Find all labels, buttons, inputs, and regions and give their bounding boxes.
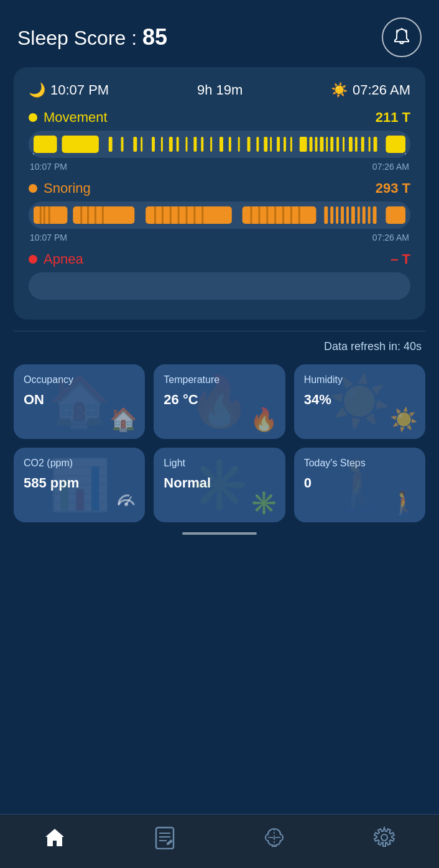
home-nav-icon <box>43 826 67 854</box>
svg-rect-68 <box>324 206 328 224</box>
svg-rect-56 <box>178 206 180 224</box>
apnea-section: Apnea – T <box>29 251 410 300</box>
svg-rect-61 <box>251 206 252 224</box>
settings-svg <box>373 826 395 849</box>
score-value: 85 <box>142 24 167 50</box>
svg-rect-8 <box>152 137 155 152</box>
report-svg <box>154 826 175 849</box>
svg-rect-78 <box>386 206 405 224</box>
snoring-label-row: Snoring 293 T <box>29 180 410 196</box>
svg-rect-69 <box>330 206 333 224</box>
svg-rect-67 <box>298 206 300 224</box>
co2-card[interactable]: CO2 (ppm) 585 ppm 📊 <box>14 448 145 522</box>
svg-rect-57 <box>186 206 188 224</box>
svg-rect-50 <box>95 206 96 224</box>
gauge-svg <box>115 488 137 510</box>
sensor-grid: Occupancy ON 🏠 🏠 Temperature 26 °C 🔥 🔥 H… <box>0 359 439 532</box>
svg-rect-12 <box>186 137 188 152</box>
bed-time: 🌙 10:07 PM <box>29 82 109 98</box>
movement-dot <box>29 113 37 122</box>
movement-times: 10:07 PM 07:26 AM <box>29 162 410 172</box>
svg-rect-17 <box>229 137 231 152</box>
svg-rect-35 <box>355 137 358 152</box>
wake-time: ☀️ 07:26 AM <box>331 82 410 98</box>
movement-label-row: Movement 211 T <box>29 109 410 126</box>
gauge-icon <box>115 488 137 516</box>
snoring-bar-svg <box>29 201 410 229</box>
settings-nav-icon <box>373 826 395 854</box>
snoring-section: Snoring 293 T <box>29 180 410 242</box>
svg-rect-23 <box>277 137 280 152</box>
apnea-bar-svg <box>29 272 410 300</box>
humidity-card[interactable]: Humidity 34% ☀️ ☀️ <box>294 364 425 439</box>
movement-end-time: 07:26 AM <box>372 162 409 172</box>
moon-icon: 🌙 <box>29 82 45 98</box>
nav-home-button[interactable] <box>36 824 73 856</box>
snoring-start-time: 10:07 PM <box>30 233 67 242</box>
svg-rect-13 <box>193 137 196 152</box>
svg-rect-74 <box>358 206 360 224</box>
walking-icon: 🚶 <box>390 490 418 516</box>
svg-rect-37 <box>369 137 371 152</box>
svg-rect-19 <box>247 137 251 152</box>
occupancy-card[interactable]: Occupancy ON 🏠 🏠 <box>14 364 145 439</box>
refresh-label: Data refresh in: <box>324 340 400 353</box>
svg-rect-71 <box>341 206 344 224</box>
steps-card[interactable]: Today's Steps 0 🚶 🚶 <box>294 448 425 522</box>
sun-humidity-icon: ☀️ <box>390 407 418 433</box>
header: Sleep Score : 85 <box>0 0 439 67</box>
svg-rect-48 <box>80 206 82 224</box>
home-svg <box>43 826 67 849</box>
svg-rect-65 <box>282 206 284 224</box>
title-text: Sleep Score <box>17 27 126 49</box>
nav-report-button[interactable] <box>146 824 183 856</box>
svg-rect-27 <box>310 137 313 152</box>
sleep-card: 🌙 10:07 PM 9h 19m ☀️ 07:26 AM Movement 2… <box>14 67 425 320</box>
apnea-dot <box>29 255 37 264</box>
apnea-label-row: Apnea – T <box>29 251 410 267</box>
svg-rect-3 <box>62 136 98 153</box>
svg-rect-22 <box>270 137 272 152</box>
temperature-card[interactable]: Temperature 26 °C 🔥 🔥 <box>154 364 285 439</box>
nav-settings-button[interactable] <box>366 824 403 856</box>
bed-time-value: 10:07 PM <box>50 82 109 98</box>
humidity-value: 34% <box>304 392 415 408</box>
svg-point-0 <box>401 28 403 30</box>
home-indicator <box>182 532 257 535</box>
svg-rect-43 <box>34 206 67 224</box>
report-nav-icon <box>154 826 175 854</box>
svg-rect-18 <box>238 137 240 152</box>
temperature-value: 26 °C <box>164 392 275 408</box>
svg-rect-11 <box>177 137 179 152</box>
occupancy-value: ON <box>24 392 135 408</box>
svg-rect-59 <box>201 206 203 224</box>
svg-rect-16 <box>220 137 223 152</box>
separator: : <box>131 27 137 49</box>
wake-time-value: 07:26 AM <box>353 82 410 98</box>
brain-svg <box>263 826 285 849</box>
time-row: 🌙 10:07 PM 9h 19m ☀️ 07:26 AM <box>29 82 410 98</box>
svg-rect-9 <box>161 137 163 152</box>
svg-point-87 <box>381 834 387 841</box>
svg-rect-5 <box>121 137 124 152</box>
snoring-dot <box>29 184 37 193</box>
sun-icon: ☀️ <box>331 82 348 98</box>
light-card[interactable]: Light Normal ✳️ ✳️ <box>154 448 285 522</box>
apnea-bar-container <box>29 272 410 300</box>
humidity-label: Humidity <box>304 374 415 386</box>
svg-rect-34 <box>349 137 353 152</box>
refresh-value: 40s <box>404 340 422 353</box>
notification-bell-button[interactable] <box>382 17 422 57</box>
svg-rect-60 <box>243 206 317 224</box>
svg-rect-44 <box>40 206 42 224</box>
svg-rect-36 <box>361 137 364 152</box>
sleep-score-title: Sleep Score : 85 <box>17 24 167 50</box>
svg-rect-72 <box>346 206 349 224</box>
svg-rect-49 <box>87 206 89 224</box>
svg-rect-26 <box>300 137 307 152</box>
svg-rect-29 <box>320 137 323 152</box>
svg-rect-51 <box>102 206 104 224</box>
apnea-count: – T <box>390 251 410 267</box>
light-icon: ✳️ <box>250 490 278 516</box>
nav-brain-button[interactable] <box>256 824 293 856</box>
